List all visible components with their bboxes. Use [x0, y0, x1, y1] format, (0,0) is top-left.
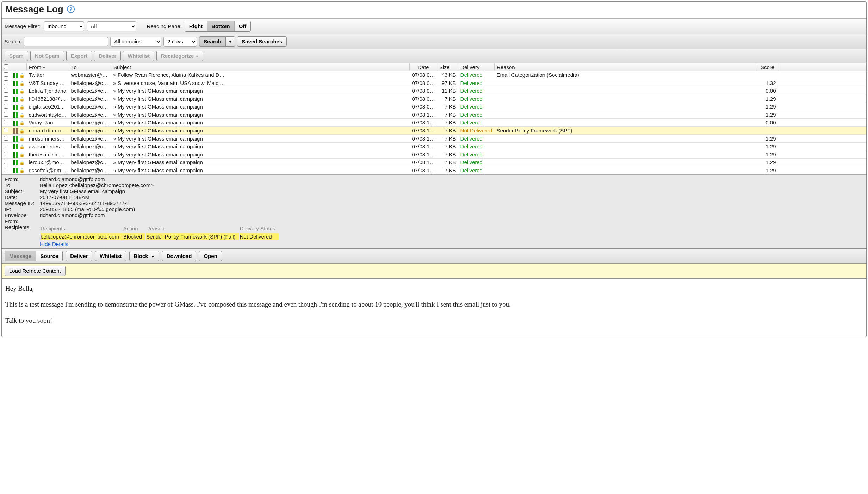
cell-to: bellalopez@chro…	[69, 79, 111, 87]
not-spam-button[interactable]: Not Spam	[30, 51, 64, 61]
cell-reason	[494, 103, 757, 111]
from-column-header[interactable]: From▼	[27, 63, 69, 71]
cell-subject: » My very first GMass email campaign	[111, 158, 410, 166]
message-filter-type-select[interactable]: All	[87, 21, 136, 31]
row-checkbox[interactable]	[4, 80, 8, 85]
spam-button[interactable]: Spam	[5, 51, 28, 61]
status-indicator-icon	[16, 168, 18, 173]
domain-select[interactable]: All domains	[110, 37, 161, 47]
message-body: Hey Bella, This is a test message I'm se…	[2, 279, 866, 337]
cell-size: 7 KB	[437, 111, 458, 119]
row-checkbox[interactable]	[4, 104, 8, 109]
date-column-header[interactable]: Date	[410, 63, 437, 71]
lock-icon: 🔒	[19, 73, 25, 78]
message-filter-label: Message Filter:	[5, 23, 41, 29]
row-checkbox[interactable]	[4, 96, 8, 101]
delivery-column-header[interactable]: Delivery	[458, 63, 495, 71]
reading-pane-bottom[interactable]: Bottom	[207, 21, 235, 31]
whitelist-button[interactable]: Whitelist	[123, 51, 154, 61]
status-column-header[interactable]	[11, 63, 27, 71]
content-deliver-button[interactable]: Deliver	[66, 251, 92, 261]
hide-details-link[interactable]: Hide Details	[40, 241, 863, 247]
tab-message[interactable]: Message	[5, 251, 36, 261]
reading-pane-right[interactable]: Right	[185, 21, 207, 31]
cell-subject: » My very first GMass email campaign	[111, 95, 410, 103]
saved-searches-button[interactable]: Saved Searches	[237, 36, 287, 47]
row-checkbox[interactable]	[4, 144, 8, 148]
cell-date: 07/08 1…	[410, 150, 437, 159]
tab-source[interactable]: Source	[36, 251, 62, 261]
message-filter-direction-select[interactable]: Inbound	[44, 21, 84, 31]
select-all-checkbox[interactable]	[4, 64, 8, 69]
cell-from: Twitter	[27, 71, 69, 79]
row-checkbox[interactable]	[4, 160, 8, 164]
cell-size: 7 KB	[437, 150, 458, 159]
status-indicator-icon	[16, 89, 18, 94]
table-row[interactable]: 🔒 Letitia Tjendana bellalopez@chro… » My…	[2, 87, 866, 95]
cell-reason	[494, 158, 757, 166]
row-checkbox[interactable]	[4, 112, 8, 117]
table-row[interactable]: 🔒 gssoftek@gmail.… bellalopez@chro… » My…	[2, 166, 866, 174]
detail-msgid-label: Message ID:	[5, 200, 40, 206]
cell-size: 7 KB	[437, 126, 458, 135]
subject-column-header[interactable]: Subject	[111, 63, 410, 71]
cell-from: V&T Sunday Tra…	[27, 79, 69, 87]
table-row[interactable]: 🔒 V&T Sunday Tra… bellalopez@chro… » Sil…	[2, 79, 866, 87]
row-checkbox[interactable]	[4, 136, 8, 141]
cell-subject: » My very first GMass email campaign	[111, 126, 410, 135]
status-indicator-icon	[13, 128, 16, 134]
row-checkbox[interactable]	[4, 120, 8, 124]
help-icon[interactable]: ?	[67, 5, 75, 13]
to-column-header[interactable]: To	[69, 63, 111, 71]
deliver-button[interactable]: Deliver	[94, 51, 121, 61]
status-indicator-icon	[16, 105, 18, 110]
status-indicator-icon	[13, 144, 16, 149]
cell-to: webmaster@chr…	[69, 71, 111, 79]
status-indicator-icon	[16, 112, 18, 118]
row-checkbox[interactable]	[4, 88, 8, 93]
table-row[interactable]: 🔒 richard.diamond… bellalopez@chro… » My…	[2, 126, 866, 135]
search-input[interactable]	[24, 37, 108, 46]
search-button[interactable]: Search	[199, 36, 226, 47]
cell-date: 07/08 0…	[410, 79, 437, 87]
table-row[interactable]: 🔒 h04852138@gm… bellalopez@chro… » My ve…	[2, 95, 866, 103]
cell-subject: » My very first GMass email campaign	[111, 119, 410, 127]
table-row[interactable]: 🔒 Vinay Rao bellalopez@chro… » My very f…	[2, 119, 866, 127]
table-row[interactable]: 🔒 digitalseo2017@… bellalopez@chro… » My…	[2, 103, 866, 111]
time-range-select[interactable]: 2 days	[163, 37, 197, 47]
cell-date: 07/08 1…	[410, 158, 437, 166]
row-checkbox[interactable]	[4, 128, 8, 132]
reason-column-header[interactable]: Reason	[494, 63, 757, 71]
cell-from: theresa.celine.a…	[27, 150, 69, 159]
score-column-header[interactable]: Score	[757, 63, 778, 71]
detail-date-value: 2017-07-08 11:48AM	[40, 194, 89, 200]
size-column-header[interactable]: Size	[437, 63, 458, 71]
table-row[interactable]: 🔒 theresa.celine.a… bellalopez@chro… » M…	[2, 150, 866, 159]
cell-reason	[494, 150, 757, 159]
cell-to: bellalopez@chro…	[69, 158, 111, 166]
row-checkbox[interactable]	[4, 72, 8, 77]
search-dropdown-toggle[interactable]: ▼	[226, 36, 235, 47]
cell-date: 07/08 1…	[410, 166, 437, 174]
row-checkbox[interactable]	[4, 152, 8, 156]
reading-pane-off[interactable]: Off	[235, 21, 251, 31]
row-checkbox[interactable]	[4, 168, 8, 172]
table-row[interactable]: 🔒 awesomenessits… bellalopez@chro… » My …	[2, 142, 866, 150]
content-download-button[interactable]: Download	[162, 251, 197, 261]
cell-size: 7 KB	[437, 103, 458, 111]
recategorize-button[interactable]: Recategorize▼	[156, 51, 203, 61]
content-whitelist-button[interactable]: Whitelist	[95, 251, 126, 261]
export-button[interactable]: Export	[66, 51, 92, 61]
body-paragraph-3: Talk to you soon!	[5, 316, 863, 326]
table-row[interactable]: 🔒 cudworthtaylor@… bellalopez@chro… » My…	[2, 111, 866, 119]
table-row[interactable]: 🔒 Twitter webmaster@chr… » Follow Ryan F…	[2, 71, 866, 79]
load-remote-content-button[interactable]: Load Remote Content	[5, 266, 66, 276]
content-block-button[interactable]: Block ▼	[129, 251, 159, 261]
table-row[interactable]: 🔒 mrdsummers@g… bellalopez@chro… » My ve…	[2, 135, 866, 143]
cell-date: 07/08 0…	[410, 95, 437, 103]
cell-reason	[494, 135, 757, 143]
table-row[interactable]: 🔒 leroux.r@mobe… bellalopez@chro… » My v…	[2, 158, 866, 166]
cell-to: bellalopez@chro…	[69, 119, 111, 127]
content-open-button[interactable]: Open	[199, 251, 222, 261]
cell-size: 7 KB	[437, 135, 458, 143]
